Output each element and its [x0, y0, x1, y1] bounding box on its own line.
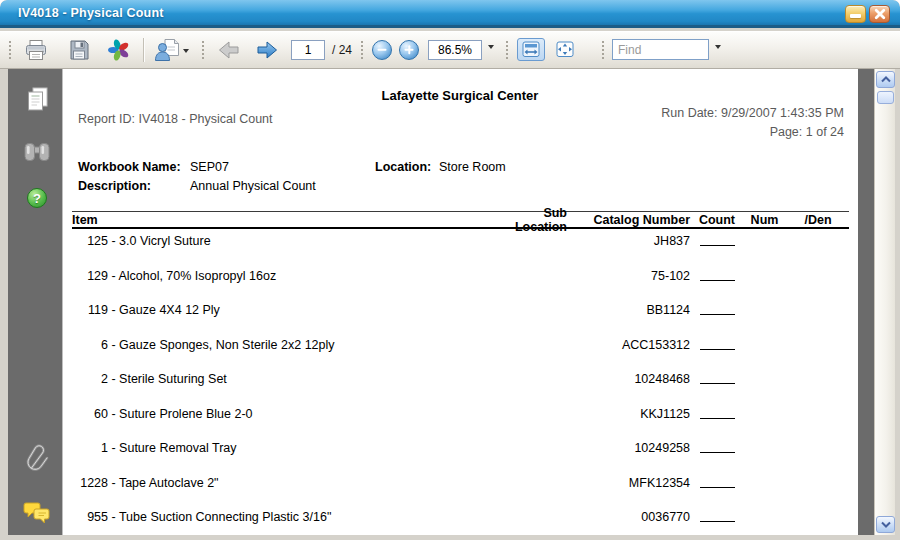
- count-fill-line: [700, 476, 735, 488]
- report-id-label: Report ID: IV4018 - Physical Count: [78, 112, 273, 126]
- fit-page-button[interactable]: [551, 38, 579, 61]
- item-cell: 1228 - Tape Autoclave 2": [72, 476, 492, 490]
- zoom-level-input[interactable]: [428, 40, 482, 60]
- run-date-label: Run Date: 9/29/2007 1:43:35 PM: [661, 106, 844, 120]
- help-button[interactable]: ?: [19, 180, 55, 216]
- count-fill-line: [700, 234, 735, 246]
- up-arrow-icon: [881, 76, 891, 83]
- save-button[interactable]: [64, 36, 94, 64]
- scroll-thumb[interactable]: [877, 91, 894, 104]
- zoom-out-button[interactable]: [372, 40, 392, 60]
- print-icon: [24, 39, 48, 61]
- item-name: Gauze Sponges, Non Sterile 2x2 12ply: [119, 338, 334, 352]
- location-value: Store Room: [439, 160, 506, 174]
- catalog-number-cell: BB1124: [567, 303, 692, 317]
- close-button[interactable]: [869, 5, 890, 23]
- catalog-number-cell: ACC153312: [567, 338, 692, 352]
- find-dropdown-button[interactable]: [709, 40, 724, 60]
- attachments-button[interactable]: [19, 441, 55, 477]
- table-row: 60 - Suture Prolene Blue 2-0 KKJ1125: [72, 402, 849, 437]
- item-cell: 129 - Alcohol, 70% Isopropyl 16oz: [72, 269, 492, 283]
- down-arrow-icon: [881, 521, 891, 528]
- item-separator: -: [108, 303, 119, 317]
- export-button[interactable]: [150, 35, 193, 65]
- catalog-number-cell: KKJ1125: [567, 407, 692, 421]
- table-row: 125 - 3.0 Vicryl Suture JH837: [72, 229, 849, 264]
- count-cell: [692, 510, 742, 525]
- count-fill-line: [700, 441, 735, 453]
- table-body: 125 - 3.0 Vicryl Suture JH837 129 - Alco…: [72, 229, 849, 535]
- column-header-den: /Den: [787, 213, 849, 227]
- zoom-in-button[interactable]: [399, 40, 419, 60]
- group-tree-button[interactable]: [19, 82, 55, 118]
- minimize-icon: [850, 14, 861, 18]
- item-quantity: 119: [78, 303, 108, 317]
- count-fill-line: [700, 510, 735, 522]
- item-name: 3.0 Vicryl Suture: [119, 234, 210, 248]
- zoom-dropdown-button[interactable]: [482, 40, 497, 60]
- catalog-number-cell: MFK12354: [567, 476, 692, 490]
- dropdown-icon: [715, 45, 721, 52]
- prev-page-button[interactable]: [213, 37, 245, 63]
- count-cell: [692, 338, 742, 353]
- item-quantity: 6: [78, 338, 108, 352]
- count-cell: [692, 269, 742, 284]
- fit-width-icon: [521, 41, 541, 58]
- item-name: Sterile Suturing Set: [119, 372, 227, 386]
- item-separator: -: [108, 372, 119, 386]
- item-separator: -: [108, 338, 119, 352]
- toolbar-grip[interactable]: [201, 39, 205, 61]
- column-header-item: Item: [72, 213, 492, 227]
- refresh-button[interactable]: [104, 36, 134, 64]
- next-page-button[interactable]: [251, 37, 283, 63]
- table-row: 1 - Suture Removal Tray 10249258: [72, 436, 849, 471]
- comments-icon: [23, 500, 51, 526]
- window-titlebar[interactable]: IV4018 - Physical Count: [0, 0, 900, 28]
- paperclip-icon: [24, 443, 50, 475]
- item-quantity: 60: [78, 407, 108, 421]
- print-button[interactable]: [20, 36, 52, 64]
- item-name: Tape Autoclave 2": [119, 476, 219, 490]
- export-icon: [154, 38, 180, 62]
- comments-button[interactable]: [19, 495, 55, 531]
- viewer-body: ? Lafayette Surgical Center Report ID: I…: [8, 69, 895, 535]
- toolbar-grip[interactable]: [8, 39, 12, 61]
- search-button[interactable]: [19, 134, 55, 170]
- item-separator: -: [108, 407, 119, 421]
- report-title: Lafayette Surgical Center: [62, 88, 858, 103]
- fit-page-icon: [555, 41, 575, 58]
- count-cell: [692, 441, 742, 456]
- find-input[interactable]: [612, 39, 709, 60]
- item-name: Suture Prolene Blue 2-0: [119, 407, 252, 421]
- refresh-icon: [108, 39, 130, 61]
- toolbar-grip[interactable]: [601, 39, 605, 61]
- count-cell: [692, 234, 742, 249]
- catalog-number-cell: 0036770: [567, 510, 692, 524]
- dropdown-icon: [488, 45, 494, 52]
- item-separator: -: [108, 269, 118, 283]
- item-name: Alcohol, 70% Isopropyl 16oz: [118, 269, 276, 283]
- page-number-input[interactable]: [291, 40, 325, 60]
- item-name: Tube Suction Connecting Plastic 3/16": [119, 510, 331, 524]
- prev-page-icon: [217, 40, 241, 60]
- count-fill-line: [700, 338, 735, 350]
- item-cell: 2 - Sterile Suturing Set: [72, 372, 492, 386]
- fit-width-button[interactable]: [517, 38, 545, 61]
- toolbar-grip[interactable]: [505, 39, 509, 61]
- table-row: 129 - Alcohol, 70% Isopropyl 16oz 75-102: [72, 264, 849, 299]
- scroll-up-button[interactable]: [876, 71, 895, 88]
- toolbar-separator: [143, 38, 144, 62]
- toolbar-grip[interactable]: [360, 39, 364, 61]
- location-label: Location:: [375, 160, 439, 174]
- scroll-down-button[interactable]: [876, 516, 895, 533]
- minimize-button[interactable]: [845, 5, 866, 23]
- item-quantity: 1: [78, 441, 108, 455]
- count-cell: [692, 303, 742, 318]
- vertical-scrollbar[interactable]: [874, 69, 895, 535]
- item-name: Suture Removal Tray: [119, 441, 236, 455]
- item-quantity: 125: [78, 234, 108, 248]
- item-cell: 119 - Gauze 4X4 12 Ply: [72, 303, 492, 317]
- table-header: Item Sub Location Catalog Number Count N…: [72, 211, 849, 229]
- table-row: 1228 - Tape Autoclave 2" MFK12354: [72, 471, 849, 506]
- table-row: 955 - Tube Suction Connecting Plastic 3/…: [72, 505, 849, 535]
